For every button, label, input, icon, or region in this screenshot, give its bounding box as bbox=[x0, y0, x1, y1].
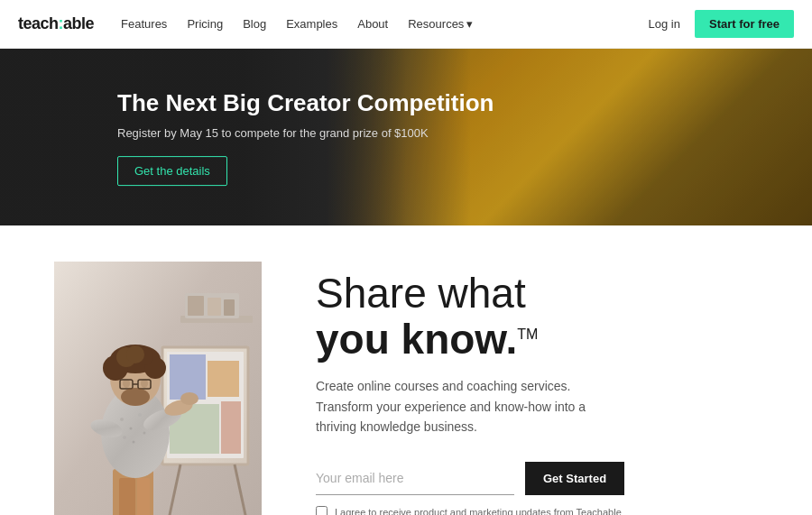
svg-rect-5 bbox=[208, 298, 221, 316]
person-illustration bbox=[54, 262, 262, 515]
marketing-checkbox-label: I agree to receive product and marketing… bbox=[335, 507, 622, 515]
nav-right: Log in Start for free bbox=[649, 10, 794, 38]
svg-point-19 bbox=[120, 418, 124, 421]
nav-links: Features Pricing Blog Examples About Res… bbox=[121, 17, 648, 31]
svg-rect-17 bbox=[137, 478, 150, 515]
main-section: Share what you know.TM Create online cou… bbox=[0, 225, 812, 515]
svg-point-22 bbox=[143, 432, 146, 435]
get-started-button[interactable]: Get Started bbox=[525, 462, 624, 495]
svg-point-24 bbox=[133, 441, 135, 444]
svg-point-20 bbox=[130, 428, 133, 430]
marketing-checkbox-row: I agree to receive product and marketing… bbox=[316, 506, 758, 515]
login-button[interactable]: Log in bbox=[649, 17, 680, 31]
start-free-button[interactable]: Start for free bbox=[695, 10, 794, 38]
svg-point-23 bbox=[123, 436, 126, 439]
navbar: teach:able Features Pricing Blog Example… bbox=[0, 0, 812, 49]
main-image bbox=[54, 262, 262, 515]
nav-features[interactable]: Features bbox=[121, 17, 167, 31]
artist-photo bbox=[54, 262, 262, 515]
hero-title: The Next Big Creator Competition bbox=[117, 88, 494, 119]
hero-banner: The Next Big Creator Competition Registe… bbox=[0, 49, 812, 225]
main-copy: Share what you know.TM Create online cou… bbox=[316, 262, 758, 515]
svg-rect-16 bbox=[119, 478, 135, 515]
marketing-checkbox[interactable] bbox=[316, 506, 328, 515]
svg-point-36 bbox=[126, 345, 144, 363]
svg-point-42 bbox=[121, 388, 150, 406]
logo-text: teach:able bbox=[18, 14, 94, 32]
svg-rect-10 bbox=[208, 361, 239, 397]
nav-about[interactable]: About bbox=[357, 17, 388, 31]
logo[interactable]: teach:able bbox=[18, 14, 94, 33]
svg-rect-12 bbox=[221, 401, 241, 454]
svg-point-21 bbox=[138, 413, 142, 417]
main-description: Create online courses and coaching servi… bbox=[316, 376, 604, 437]
nav-blog[interactable]: Blog bbox=[243, 17, 266, 31]
main-headline: Share what you know.TM bbox=[316, 271, 758, 362]
nav-pricing[interactable]: Pricing bbox=[187, 17, 223, 31]
svg-point-28 bbox=[180, 392, 198, 405]
nav-resources[interactable]: Resources ▾ bbox=[408, 17, 473, 31]
hero-cta-button[interactable]: Get the details bbox=[117, 156, 227, 186]
hero-subtitle: Register by May 15 to compete for the gr… bbox=[117, 126, 494, 140]
svg-rect-6 bbox=[224, 299, 235, 316]
svg-rect-4 bbox=[188, 296, 204, 316]
email-form-row: Get Started bbox=[316, 462, 758, 495]
email-input[interactable] bbox=[316, 462, 514, 495]
nav-examples[interactable]: Examples bbox=[286, 17, 337, 31]
hero-content: The Next Big Creator Competition Registe… bbox=[117, 88, 494, 186]
chevron-down-icon: ▾ bbox=[466, 17, 473, 31]
